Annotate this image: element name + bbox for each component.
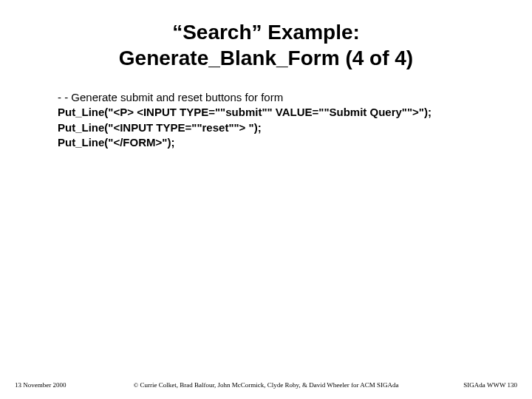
title-line-1: “Search” Example: — [172, 21, 360, 44]
code-comment: - - Generate submit and reset buttons fo… — [58, 90, 488, 105]
title-line-2: Generate_Blank_Form (4 of 4) — [119, 47, 413, 69]
slide: “Search” Example: Generate_Blank_Form (4… — [0, 0, 532, 399]
slide-title: “Search” Example: Generate_Blank_Form (4… — [30, 19, 502, 71]
footer: © Currie Colket, Brad Balfour, John McCo… — [0, 380, 532, 389]
code-block: - - Generate submit and reset buttons fo… — [58, 90, 488, 150]
code-line-3: Put_Line("</FORM>"); — [58, 135, 488, 150]
code-line-2: Put_Line("<INPUT TYPE=""reset""> "); — [58, 120, 488, 135]
code-line-1: Put_Line("<P> <INPUT TYPE=""submit"" VAL… — [58, 105, 488, 120]
footer-credit: © Currie Colket, Brad Balfour, John McCo… — [0, 381, 532, 389]
